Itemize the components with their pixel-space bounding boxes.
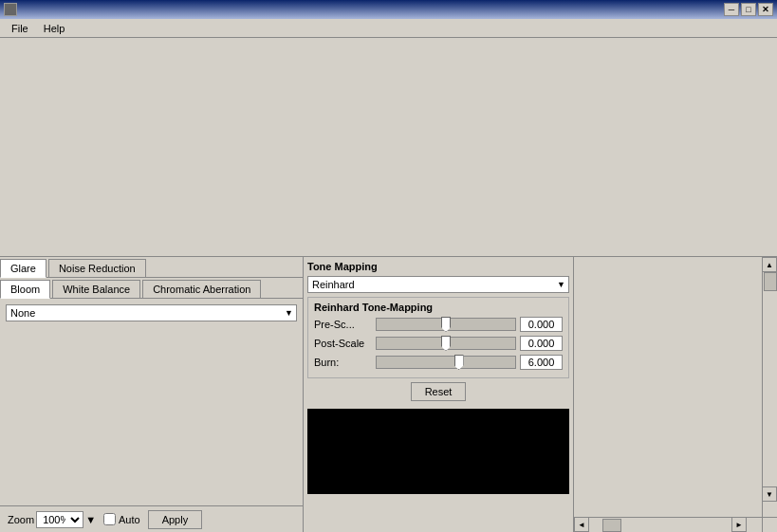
scrollbar-horizontal-thumb[interactable] <box>602 519 621 532</box>
left-panel: Glare Noise Reduction Bloom White Balanc… <box>0 257 304 532</box>
zoom-label: Zoom <box>8 514 34 525</box>
auto-label: Auto <box>119 514 140 525</box>
tone-mapping-dropdown-wrapper: Reinhard Linear Filmic ▼ <box>307 276 569 293</box>
right-panel: ▲ ▼ ◄ ► <box>574 257 777 532</box>
reinhard-subgroup: Reinhard Tone-Mapping Pre-Sc... Post-Sca… <box>307 297 569 378</box>
scroll-up-button[interactable]: ▲ <box>762 257 777 272</box>
maximize-button[interactable]: □ <box>741 3 756 16</box>
scroll-corner <box>762 517 777 532</box>
reset-button[interactable]: Reset <box>411 382 467 401</box>
title-bar: ─ □ ✕ <box>0 0 777 19</box>
burn-row: Burn: <box>314 355 563 370</box>
tone-mapping-label: Tone Mapping <box>307 261 569 272</box>
auto-checkbox-wrapper: Auto <box>103 513 140 525</box>
tone-mapping-dropdown[interactable]: Reinhard Linear Filmic <box>307 276 569 293</box>
scroll-down-button[interactable]: ▼ <box>762 486 777 502</box>
bottom-bar: Zoom 100% 50% 200% ▼ Auto Apply <box>0 505 303 532</box>
menu-file[interactable]: File <box>4 21 36 36</box>
scrollbar-vertical: ▲ ▼ <box>762 257 777 517</box>
scroll-left-button[interactable]: ◄ <box>574 517 589 532</box>
right-scroll-area: ▲ ▼ ◄ ► <box>574 257 777 532</box>
close-button[interactable]: ✕ <box>758 3 773 16</box>
bloom-content: None ▼ <box>0 299 303 505</box>
scrollbar-vertical-thumb[interactable] <box>764 272 777 291</box>
scroll-right-button[interactable]: ► <box>731 517 747 532</box>
reinhard-subgroup-title: Reinhard Tone-Mapping <box>314 302 563 313</box>
pre-scale-slider[interactable] <box>376 318 516 331</box>
zoom-dropdown-arrow: ▼ <box>85 514 96 525</box>
app-icon <box>4 3 17 16</box>
burn-label: Burn: <box>314 357 376 368</box>
tab-bar-1: Glare Noise Reduction <box>0 257 303 278</box>
post-scale-slider[interactable] <box>376 337 516 350</box>
zoom-select[interactable]: 100% 50% 200% <box>36 511 83 528</box>
post-scale-label: Post-Scale <box>314 338 376 349</box>
tab-bloom[interactable]: Bloom <box>0 280 50 299</box>
bloom-dropdown-wrapper: None ▼ <box>6 304 297 321</box>
tab-glare[interactable]: Glare <box>0 259 46 278</box>
pre-scale-row: Pre-Sc... <box>314 317 563 332</box>
post-scale-value[interactable] <box>520 336 563 351</box>
menu-help[interactable]: Help <box>36 21 73 36</box>
scrollbar-horizontal: ◄ ► <box>574 517 762 532</box>
tab-noise-reduction[interactable]: Noise Reduction <box>48 259 146 277</box>
tab-white-balance[interactable]: White Balance <box>52 280 140 298</box>
pre-scale-label: Pre-Sc... <box>314 319 376 330</box>
title-buttons: ─ □ ✕ <box>724 3 773 16</box>
auto-checkbox[interactable] <box>103 513 116 525</box>
tab-chromatic-aberration[interactable]: Chromatic Aberration <box>142 280 261 298</box>
preview-area <box>0 38 777 257</box>
middle-panel: Tone Mapping Reinhard Linear Filmic ▼ Re… <box>304 257 574 532</box>
tab-bar-2: Bloom White Balance Chromatic Aberration <box>0 278 303 299</box>
menu-bar: File Help <box>0 19 777 38</box>
burn-slider[interactable] <box>376 356 516 369</box>
zoom-wrapper: Zoom 100% 50% 200% ▼ <box>8 511 96 528</box>
minimize-button[interactable]: ─ <box>724 3 739 16</box>
main-area: Glare Noise Reduction Bloom White Balanc… <box>0 38 777 532</box>
bloom-dropdown[interactable]: None <box>6 304 297 321</box>
tone-mapping-preview <box>307 409 569 494</box>
post-scale-row: Post-Scale <box>314 336 563 351</box>
title-bar-left <box>4 3 21 16</box>
apply-button[interactable]: Apply <box>148 510 203 529</box>
burn-value[interactable] <box>520 355 563 370</box>
bottom-panel: Glare Noise Reduction Bloom White Balanc… <box>0 257 777 532</box>
pre-scale-value[interactable] <box>520 317 563 332</box>
